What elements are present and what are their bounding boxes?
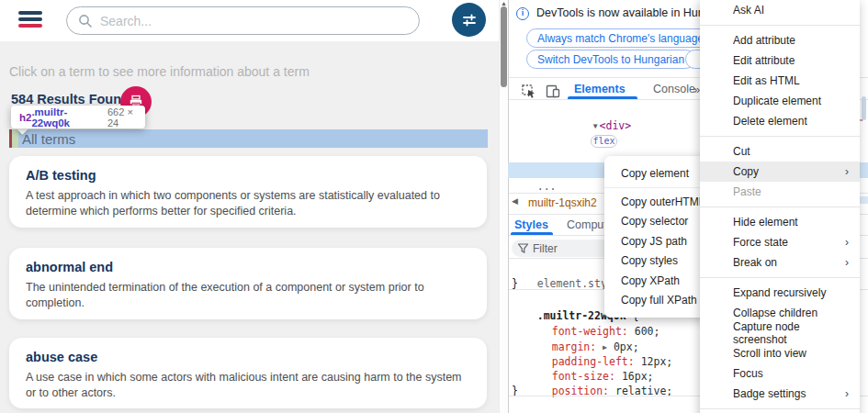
- menu-item-capture-node-screenshot[interactable]: Capture node screenshot: [700, 323, 860, 343]
- crumb-row-fragment: [860, 196, 868, 204]
- css-property[interactable]: font-size: 16px;: [526, 354, 654, 369]
- menu-item-ask-ai[interactable]: Ask AI: [700, 0, 860, 20]
- menu-item-badge-settings[interactable]: Badge settings›: [700, 384, 860, 404]
- menu-item-edit-attribute[interactable]: Edit attribute: [700, 50, 860, 71]
- term-card[interactable]: A/B testing A test approach in which two…: [9, 156, 487, 228]
- glossary-page: Click on a term to see more information …: [0, 0, 499, 413]
- chevron-left-icon[interactable]: ◀: [512, 196, 518, 206]
- search-box[interactable]: [66, 6, 420, 35]
- dom-node[interactable]: ▶<div class="MuiBox-: [581, 119, 710, 134]
- page-scrollbar-thumb[interactable]: [501, 6, 507, 87]
- term-title: A/B testing: [26, 168, 470, 183]
- menu-item-cut[interactable]: Cut: [700, 141, 860, 162]
- submenu-chevron-icon: ›: [845, 236, 849, 249]
- section-header-all-terms[interactable]: All terms: [9, 129, 488, 148]
- flex-badge[interactable]: flex: [591, 135, 617, 148]
- tooltip-dimensions: 662 × 24: [107, 106, 145, 128]
- menu-item-copy-styles[interactable]: Copy styles: [604, 251, 709, 272]
- css-property[interactable]: margin: ▶ 0px;: [526, 325, 639, 340]
- dom-node-ellipsis[interactable]: ...: [512, 164, 556, 179]
- menu-item-copy-element[interactable]: Copy element: [604, 163, 709, 184]
- scrollbar-up-arrow-icon[interactable]: ▲: [501, 0, 507, 6]
- css-rule-selector[interactable]: *, ::before, ::after {: [512, 398, 677, 413]
- screenshot-root: Click on a term to see more information …: [0, 0, 868, 413]
- info-icon: i: [516, 7, 529, 20]
- submenu-chevron-icon: ›: [845, 165, 849, 178]
- menu-item-copy-outerhtml[interactable]: Copy outerHTML: [604, 192, 709, 212]
- infobar-action-match-language[interactable]: Always match Chrome's language: [526, 28, 715, 48]
- menu-item-paste: Paste: [700, 182, 860, 202]
- menu-item-force-state[interactable]: Force state›: [700, 232, 860, 252]
- tab-elements[interactable]: Elements: [574, 83, 626, 95]
- inspect-content-overlay: All terms: [18, 129, 488, 148]
- menu-item-expand-recursively[interactable]: Expand recursively: [700, 283, 860, 303]
- menu-item-duplicate-element[interactable]: Duplicate element: [700, 91, 860, 111]
- menu-separator: [700, 136, 860, 137]
- term-title: abuse case: [26, 350, 470, 364]
- tooltip-class: .muiltr-22wq0k: [31, 106, 102, 128]
- menu-separator: [700, 206, 860, 207]
- menu-item-copy-selector[interactable]: Copy selector: [604, 212, 709, 232]
- inspect-padding-overlay: [12, 129, 18, 148]
- css-property[interactable]: position: relative;: [526, 369, 672, 384]
- submenu-separator: [604, 187, 709, 188]
- magnifier-icon: [78, 14, 93, 28]
- menu-item-copy-js-path[interactable]: Copy JS path: [604, 231, 709, 251]
- menu-item-edit-as-html[interactable]: Edit as HTML: [700, 71, 860, 91]
- element-context-menu: Ask AI Add attribute Edit attribute Edit…: [700, 0, 860, 413]
- term-card[interactable]: abnormal end The unintended termination …: [9, 248, 487, 319]
- menu-item-scroll-into-view[interactable]: Scroll into view: [700, 343, 860, 363]
- term-card[interactable]: abuse case A use case in which some acto…: [9, 338, 487, 408]
- submenu-chevron-icon: ›: [845, 256, 849, 269]
- menu-separator: [700, 408, 860, 409]
- term-definition: A test approach in which two components …: [26, 188, 465, 218]
- menu-item-copy-full-xpath[interactable]: Copy full XPath: [604, 291, 709, 311]
- infobar-action-switch-hungarian[interactable]: Switch DevTools to Hungarian: [526, 50, 695, 69]
- element-size-tooltip: h2.muiltr-22wq0k 662 × 24: [11, 106, 145, 128]
- menu-item-focus[interactable]: Focus: [700, 363, 860, 384]
- funnel-icon: [518, 243, 528, 253]
- menu-separator: [700, 25, 860, 26]
- tab-styles[interactable]: Styles: [514, 218, 548, 231]
- copy-submenu: Copy element Copy outerHTML Copy selecto…: [604, 156, 709, 318]
- tooltip-tag: h2: [19, 112, 31, 123]
- term-title: abnormal end: [26, 260, 470, 274]
- page-hint: Click on a term to see more information …: [9, 64, 310, 79]
- tab-console[interactable]: Console: [653, 83, 695, 95]
- dom-node[interactable]: ▼<div>: [568, 104, 631, 118]
- menu-item-copy[interactable]: Copy›: [700, 162, 860, 182]
- submenu-chevron-icon: ›: [845, 387, 849, 400]
- section-header-label: All terms: [22, 131, 75, 147]
- search-input[interactable]: [100, 14, 403, 28]
- term-definition: A use case in which some actors with mal…: [26, 370, 465, 400]
- hamburger-menu-icon[interactable]: [0, 0, 55, 41]
- term-definition: The unintended termination of the execut…: [26, 280, 465, 310]
- menu-item-copy-xpath[interactable]: Copy XPath: [604, 271, 709, 291]
- tab-computed[interactable]: Computed: [567, 218, 609, 231]
- sliders-icon: [461, 12, 478, 28]
- menu-item-add-attribute[interactable]: Add attribute: [700, 30, 860, 50]
- selected-row-fragment: [860, 162, 868, 178]
- elements-scrollbar-thumb[interactable]: [862, 96, 866, 120]
- results-count: 584 Results Found: [11, 92, 130, 106]
- menu-item-break-on[interactable]: Break on›: [700, 252, 860, 273]
- filter-button[interactable]: [452, 3, 486, 37]
- breadcrumb-crumb[interactable]: muiltr-1qsxih2: [528, 196, 597, 209]
- menu-separator: [700, 277, 860, 278]
- menu-item-hide-element[interactable]: Hide element: [700, 212, 860, 232]
- menu-item-delete-element[interactable]: Delete element: [700, 111, 860, 131]
- filter-input[interactable]: [533, 242, 606, 255]
- css-property[interactable]: padding-left: 12px;: [526, 340, 672, 354]
